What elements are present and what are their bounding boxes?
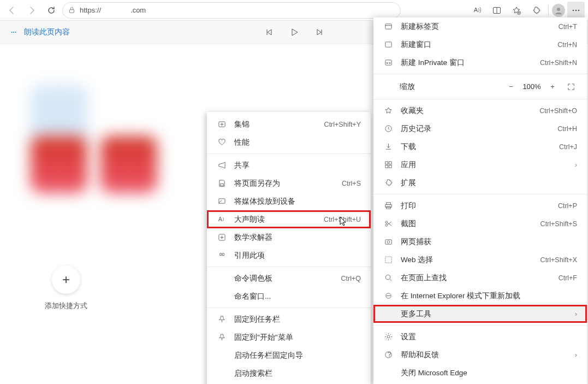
menu-settings[interactable]: 设置 <box>373 328 587 346</box>
back-button[interactable] <box>3 2 21 19</box>
svg-point-26 <box>385 224 387 226</box>
svg-rect-27 <box>385 240 391 244</box>
submenu-collections[interactable]: 集锦 Ctrl+Shift+Y <box>207 115 371 133</box>
read-aloud-icon[interactable]: A <box>468 2 486 19</box>
submenu-save-as[interactable]: 将页面另存为 Ctrl+S <box>207 174 371 192</box>
svg-point-10 <box>13 32 14 33</box>
help-icon: ? <box>383 351 393 359</box>
math-icon <box>217 233 227 241</box>
zoom-in-button[interactable]: + <box>543 79 562 95</box>
menu-web-capture[interactable]: 网页捕获 <box>373 233 587 251</box>
svg-point-7 <box>575 9 577 11</box>
svg-rect-15 <box>386 63 388 64</box>
share-icon <box>217 161 227 169</box>
zoom-out-button[interactable]: − <box>502 79 520 95</box>
menu-downloads[interactable]: 下载 Ctrl+J <box>373 138 587 156</box>
menu-web-select[interactable]: Web 选择 Ctrl+Shift+X <box>373 251 587 269</box>
submenu-command-palette[interactable]: 命令调色板 Ctrl+Q <box>207 269 371 287</box>
svg-text:?: ? <box>387 351 391 358</box>
new-window-icon <box>383 40 393 49</box>
menu-screenshot[interactable]: 截图 Ctrl+Shift+S <box>373 215 587 233</box>
download-icon <box>383 143 393 151</box>
address-bar[interactable]: https://.com <box>62 2 401 19</box>
new-tab-icon <box>383 22 393 31</box>
svg-text:A: A <box>218 216 222 222</box>
menu-close-edge[interactable]: 关闭 Microsoft Edge <box>373 364 587 382</box>
svg-point-30 <box>385 275 390 279</box>
cast-icon <box>217 197 227 205</box>
submenu-performance[interactable]: 性能 <box>207 133 371 151</box>
zoom-value: 100% <box>520 82 543 91</box>
prev-track-icon[interactable] <box>265 28 274 37</box>
profile-avatar[interactable] <box>552 4 565 17</box>
menu-new-window[interactable]: 新建窗口 Ctrl+N <box>373 36 587 54</box>
save-icon <box>217 179 227 187</box>
svg-point-5 <box>557 8 560 11</box>
menu-new-tab[interactable]: 新建标签页 Ctrl+T <box>373 17 587 36</box>
quote-icon <box>217 251 227 259</box>
svg-text:A: A <box>473 7 478 13</box>
submenu-pin-start[interactable]: 固定到"开始"菜单 <box>207 328 371 346</box>
menu-ie-mode[interactable]: 在 Internet Explorer 模式下重新加载 <box>373 287 587 305</box>
svg-rect-22 <box>386 203 390 205</box>
pin-icon <box>217 333 227 341</box>
heart-icon <box>217 138 227 146</box>
gear-icon <box>383 333 393 341</box>
svg-rect-36 <box>220 184 223 186</box>
menu-print[interactable]: 打印 Ctrl+P <box>373 197 587 215</box>
submenu-share[interactable]: 共享 <box>207 156 371 174</box>
fullscreen-button[interactable] <box>562 79 580 95</box>
reader-label[interactable]: 朗读此页内容 <box>24 27 70 37</box>
svg-rect-21 <box>389 165 391 168</box>
main-menu: 新建标签页 Ctrl+T 新建窗口 Ctrl+N 新建 InPrivate 窗口… <box>373 17 587 384</box>
menu-find[interactable]: 在页面上查找 Ctrl+F <box>373 269 587 287</box>
separator <box>548 5 549 16</box>
url-text: https://.com <box>80 6 146 14</box>
search-icon <box>383 274 393 282</box>
submenu-cite[interactable]: 引用此项 <box>207 246 371 264</box>
pin-icon <box>217 315 227 323</box>
add-shortcut-label: 添加快捷方式 <box>45 302 87 311</box>
svg-point-6 <box>573 9 574 11</box>
svg-rect-12 <box>385 24 391 29</box>
menu-history[interactable]: 历史记录 Ctrl+H <box>373 120 587 138</box>
read-aloud-icon: A <box>217 215 227 223</box>
submenu-taskbar-wizard[interactable]: 启动任务栏固定向导 <box>207 346 371 364</box>
puzzle-icon <box>383 179 393 187</box>
menu-help[interactable]: ? 帮助和反馈 › <box>373 346 587 364</box>
menu-more-tools[interactable]: 更多工具 › <box>373 305 587 323</box>
menu-favorites[interactable]: 收藏夹 Ctrl+Shift+O <box>373 102 587 120</box>
chevron-right-icon: › <box>575 161 577 169</box>
favorites-icon[interactable] <box>508 2 525 19</box>
ie-icon <box>383 292 393 300</box>
scissors-icon <box>383 220 393 228</box>
svg-rect-29 <box>385 257 391 263</box>
submenu-cast[interactable]: 将媒体投放到设备 <box>207 192 371 210</box>
menu-apps[interactable]: 应用 › <box>373 156 587 174</box>
refresh-button[interactable] <box>43 2 60 19</box>
submenu-pin-taskbar[interactable]: 固定到任务栏 <box>207 310 371 328</box>
next-track-icon[interactable] <box>315 28 324 37</box>
svg-rect-19 <box>389 162 391 164</box>
more-tools-submenu: 集锦 Ctrl+Shift+Y 性能 共享 将页面另存为 Ctrl+S 将媒体投… <box>207 112 371 384</box>
chevron-right-icon: › <box>575 351 577 359</box>
play-icon[interactable] <box>290 28 299 37</box>
collections-icon <box>217 120 227 128</box>
reader-dots-icon <box>10 28 17 36</box>
submenu-name-window[interactable]: 命名窗口... <box>207 287 371 305</box>
svg-rect-0 <box>69 10 74 13</box>
submenu-math[interactable]: 数学求解器 <box>207 228 371 246</box>
split-screen-icon[interactable] <box>488 2 506 19</box>
extensions-icon[interactable] <box>527 2 545 19</box>
menu-extensions[interactable]: 扩展 <box>373 174 587 192</box>
add-shortcut-button[interactable]: + <box>52 265 80 294</box>
svg-point-11 <box>15 32 16 33</box>
svg-rect-20 <box>385 165 388 168</box>
more-button[interactable] <box>567 2 585 19</box>
submenu-read-aloud[interactable]: A 大声朗读 Ctrl+Shift+U <box>207 210 371 228</box>
svg-point-8 <box>578 9 580 11</box>
forward-button[interactable] <box>23 2 40 19</box>
submenu-launch-searchbar[interactable]: 启动搜索栏 <box>207 364 371 382</box>
svg-rect-14 <box>385 60 391 65</box>
menu-new-inprivate[interactable]: 新建 InPrivate 窗口 Ctrl+Shift+N <box>373 54 587 72</box>
